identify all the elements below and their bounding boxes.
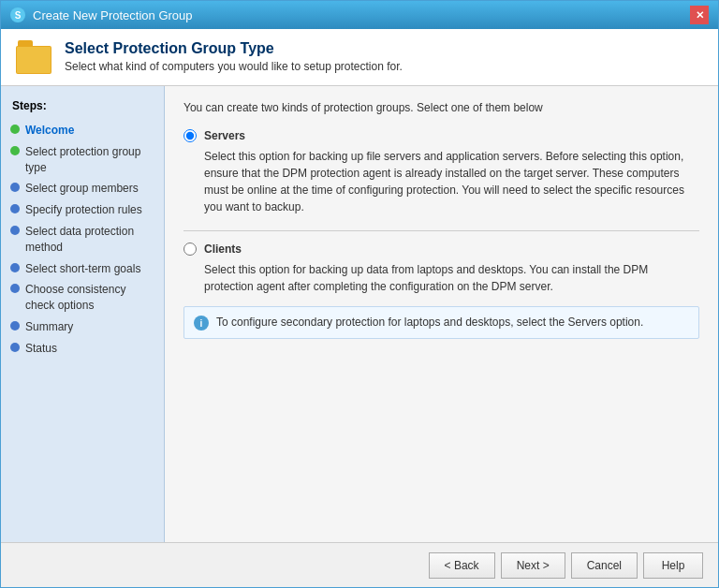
help-button[interactable]: Help bbox=[643, 552, 703, 579]
sidebar-item-welcome[interactable]: Welcome bbox=[1, 120, 164, 141]
dot-specify-rules bbox=[10, 204, 20, 213]
sidebar: Steps: Welcome Select protection group t… bbox=[1, 86, 165, 542]
dot-status bbox=[10, 343, 20, 352]
title-bar: S Create New Protection Group ✕ bbox=[1, 1, 718, 29]
header-section: Select Protection Group Type Select what… bbox=[1, 29, 718, 86]
clients-option-header: Clients bbox=[183, 243, 699, 256]
info-text: To configure secondary protection for la… bbox=[216, 315, 643, 331]
dot-select-method bbox=[10, 226, 20, 235]
clients-option-block: Clients Select this option for backing u… bbox=[183, 243, 699, 339]
info-box: i To configure secondary protection for … bbox=[183, 306, 699, 339]
sidebar-item-consistency[interactable]: Choose consistency check options bbox=[1, 279, 164, 316]
dot-select-type bbox=[10, 146, 20, 155]
sidebar-label-select-members: Select group members bbox=[25, 181, 139, 197]
sidebar-label-consistency: Choose consistency check options bbox=[25, 282, 156, 314]
clients-label: Clients bbox=[204, 243, 242, 256]
sidebar-item-specify-rules[interactable]: Specify protection rules bbox=[1, 199, 164, 221]
sidebar-label-summary: Summary bbox=[25, 319, 73, 335]
sidebar-label-specify-rules: Specify protection rules bbox=[25, 202, 142, 218]
sidebar-item-summary[interactable]: Summary bbox=[1, 316, 164, 338]
servers-option-header: Servers bbox=[183, 129, 699, 142]
back-button[interactable]: < Back bbox=[429, 552, 495, 579]
cancel-button[interactable]: Cancel bbox=[571, 552, 638, 579]
main-content: Steps: Welcome Select protection group t… bbox=[1, 86, 718, 542]
sidebar-label-select-method: Select data protection method bbox=[25, 224, 156, 256]
page-subtitle: Select what kind of computers you would … bbox=[65, 60, 403, 73]
content-area: You can create two kinds of protection g… bbox=[165, 86, 718, 542]
sidebar-label-short-term: Select short-term goals bbox=[25, 261, 140, 277]
header-text: Select Protection Group Type Select what… bbox=[65, 40, 403, 73]
sidebar-label-welcome: Welcome bbox=[25, 123, 74, 139]
app-icon: S bbox=[10, 7, 25, 22]
sidebar-item-select-method[interactable]: Select data protection method bbox=[1, 221, 164, 258]
dot-select-members bbox=[10, 183, 20, 192]
sidebar-label-select-type: Select protection group type bbox=[25, 144, 156, 176]
sidebar-item-select-members[interactable]: Select group members bbox=[1, 178, 164, 199]
info-icon: i bbox=[194, 316, 209, 331]
sidebar-item-short-term[interactable]: Select short-term goals bbox=[1, 258, 164, 280]
servers-option-block: Servers Select this option for backing u… bbox=[183, 129, 699, 215]
intro-text: You can create two kinds of protection g… bbox=[183, 101, 699, 114]
dot-welcome bbox=[10, 125, 20, 134]
sidebar-item-select-type[interactable]: Select protection group type bbox=[1, 141, 164, 179]
sidebar-item-status[interactable]: Status bbox=[1, 338, 164, 360]
folder-icon bbox=[16, 40, 53, 74]
divider bbox=[183, 230, 699, 231]
servers-description: Select this option for backing up file s… bbox=[204, 148, 699, 215]
servers-label: Servers bbox=[204, 129, 245, 142]
close-button[interactable]: ✕ bbox=[690, 6, 709, 24]
dot-consistency bbox=[10, 284, 20, 293]
servers-radio[interactable] bbox=[183, 129, 197, 142]
window-title: Create New Protection Group bbox=[33, 8, 193, 22]
sidebar-title: Steps: bbox=[1, 96, 164, 120]
footer: < Back Next > Cancel Help bbox=[1, 542, 718, 587]
title-bar-left: S Create New Protection Group bbox=[10, 7, 193, 22]
clients-radio[interactable] bbox=[183, 243, 197, 256]
next-button[interactable]: Next > bbox=[501, 552, 565, 579]
clients-description: Select this option for backing up data f… bbox=[204, 261, 699, 295]
main-window: S Create New Protection Group ✕ Select P… bbox=[0, 0, 719, 588]
page-title: Select Protection Group Type bbox=[65, 40, 403, 57]
dot-short-term bbox=[10, 263, 20, 272]
sidebar-label-status: Status bbox=[25, 341, 57, 357]
dot-summary bbox=[10, 321, 20, 331]
